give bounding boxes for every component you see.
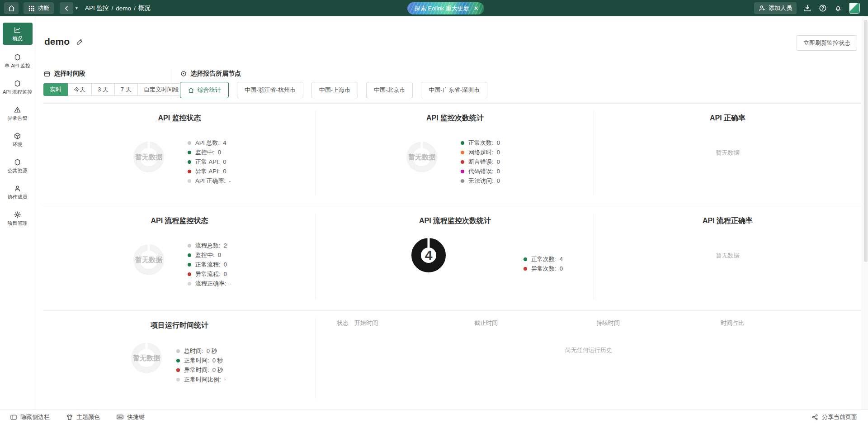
legend-dot	[188, 253, 191, 257]
sidebar-item-overview[interactable]: 概况	[3, 23, 33, 45]
edit-pencil-icon[interactable]	[76, 38, 84, 46]
add-member-button[interactable]: 添加人员	[754, 2, 797, 14]
api-node-icon	[14, 53, 21, 61]
donut-empty-text: 暂无数据	[135, 256, 162, 264]
sidebar-item-api-flow-monitor[interactable]: API 流程监控	[3, 77, 33, 97]
time-option-today[interactable]: 今天	[67, 83, 92, 96]
breadcrumb-app[interactable]: API 监控	[85, 4, 109, 12]
card-title: 项目运行时间统计	[43, 321, 316, 330]
banner-close-icon[interactable]: ✕	[474, 5, 479, 12]
legend-dot	[176, 349, 180, 353]
node-option-overall[interactable]: 综合统计	[180, 82, 229, 98]
user-avatar[interactable]	[849, 3, 860, 14]
back-button[interactable]	[60, 2, 73, 14]
footer-bar: 隐藏侧边栏 主题颜色 快捷键 分享当前页面	[0, 410, 868, 424]
api-count-legend: 正常次数:0 网络超时:0 断言错误:0 代码错误:0 无法访问:0	[461, 138, 500, 186]
time-range-segmented-control: 实时 今天 3 天 7 天 自定义时间段	[43, 83, 185, 96]
sidebar-item-project-settings[interactable]: 项目管理	[3, 208, 33, 229]
sidebar-item-environment[interactable]: 环境	[3, 129, 33, 150]
download-icon[interactable]	[803, 4, 812, 13]
sidebar-item-alerts[interactable]: 异常告警	[3, 103, 33, 124]
location-pin-icon	[180, 70, 187, 77]
help-icon[interactable]	[818, 4, 827, 13]
donut-total-value: 4	[425, 248, 433, 263]
table-header-duration: 持续时间	[596, 319, 721, 327]
theme-color-button[interactable]: 主题颜色	[66, 413, 100, 421]
runtime-history-table: 状态 开始时间 截止时间 持续时间 时间占比 尚无任何运行历史	[316, 311, 861, 410]
shortcuts-button[interactable]: 快捷键	[116, 413, 145, 421]
scrollbar-thumb[interactable]	[864, 20, 868, 262]
sidebar: 概况 单 API 监控 API 流程监控 异常告警 环境	[0, 16, 35, 410]
time-option-7days[interactable]: 7 天	[114, 83, 138, 96]
report-node-label-row: 选择报告所属节点	[180, 70, 487, 78]
time-option-realtime[interactable]: 实时	[43, 83, 68, 96]
donut-gap	[146, 343, 148, 349]
refresh-monitor-status-button[interactable]: 立即刷新监控状态	[797, 35, 857, 51]
sidebar-item-shared-resources[interactable]: 公共资源	[3, 156, 33, 176]
row-flow-monitor: API 流程监控状态 暂无数据 流程总数:2 监控中:0 正常流程:0 异常流程…	[43, 206, 861, 310]
banner-text: 探索 Eolink 重大更新	[415, 5, 469, 13]
hide-sidebar-button[interactable]: 隐藏侧边栏	[10, 413, 50, 421]
card-api-status: API 监控状态 暂无数据 API 总数:4 监控中:0 正常 API:0 异常…	[43, 104, 316, 206]
functions-menu-button[interactable]: 功能	[24, 2, 54, 14]
api-count-donut-chart: 暂无数据	[406, 142, 437, 172]
main-content: demo 立即刷新监控状态 选择时间段 实时 今天 3 天 7 天	[35, 16, 868, 410]
card-api-count: API 监控次数统计 暂无数据 正常次数:0 网络超时:0 断言错误:0 代码错…	[316, 104, 594, 206]
empty-data-text: 暂无数据	[594, 149, 861, 157]
node-option-shenzhen[interactable]: 中国-广东省-深圳市	[421, 82, 487, 98]
node-option-shanghai[interactable]: 中国-上海市	[311, 82, 358, 98]
sidebar-item-label: 异常告警	[8, 115, 28, 121]
breadcrumb: API 监控 / demo / 概况	[85, 4, 151, 12]
row-runtime: 项目运行时间统计 暂无数据 总时间:0 秒 正常时间:0 秒 异常时间:0 秒 …	[43, 310, 861, 410]
node-option-beijing[interactable]: 中国-北京市	[366, 82, 413, 98]
legend-item: 断言错误:0	[461, 157, 500, 167]
share-page-button[interactable]: 分享当前页面	[811, 413, 857, 421]
sidebar-item-members[interactable]: 协作成员	[3, 182, 33, 202]
legend-item: 监控中:0	[188, 250, 231, 260]
add-member-label: 添加人员	[769, 4, 792, 12]
node-buttons: 综合统计 中国-浙江省-杭州市 中国-上海市 中国-北京市 中国-广东省-深圳市	[180, 82, 487, 98]
api-status-donut-chart: 暂无数据	[133, 142, 164, 172]
runtime-donut-chart: 暂无数据	[131, 343, 162, 373]
sidebar-item-single-api-monitor[interactable]: 单 API 监控	[3, 51, 33, 71]
notifications-bell-icon[interactable]	[834, 4, 843, 13]
time-option-custom[interactable]: 自定义时间段	[137, 83, 185, 96]
sidebar-item-label: 单 API 监控	[5, 63, 30, 68]
legend-item: 正常 API:0	[188, 157, 231, 167]
sidebar-item-label: 概况	[13, 36, 23, 41]
vertical-scrollbar	[863, 16, 868, 410]
empty-data-text: 暂无数据	[594, 252, 861, 260]
legend-dot	[188, 263, 191, 267]
member-person-icon	[14, 185, 21, 192]
breadcrumb-separator: /	[111, 5, 113, 12]
table-header-start-time: 开始时间	[354, 319, 474, 327]
time-option-3days[interactable]: 3 天	[91, 83, 115, 96]
app-screen: 功能 ▼ API 监控 / demo / 概况 探索 Eolink 重大更新 ✕…	[0, 0, 868, 424]
table-empty-text: 尚无任何运行历史	[316, 346, 861, 354]
home-icon	[8, 5, 15, 12]
breadcrumb-project[interactable]: demo	[116, 5, 131, 12]
flow-status-donut-chart: 暂无数据	[133, 244, 164, 275]
donut-gap	[148, 142, 150, 148]
card-flow-rate: API 流程正确率 暂无数据	[594, 206, 861, 310]
home-button[interactable]	[4, 2, 19, 14]
package-box-icon	[14, 132, 21, 140]
share-icon	[811, 414, 819, 421]
card-title: API 流程正确率	[594, 216, 861, 226]
shortcuts-label: 快捷键	[127, 413, 145, 421]
home-small-icon	[188, 87, 194, 94]
breadcrumb-page: 概况	[138, 4, 151, 12]
gear-icon	[14, 211, 21, 219]
warning-triangle-icon	[14, 106, 21, 114]
legend-item: 流程正确率:-	[188, 279, 231, 288]
resources-icon	[14, 158, 21, 166]
sidebar-item-label: 协作成员	[8, 194, 28, 200]
nav-history-caret[interactable]: ▼	[75, 6, 79, 10]
filters-divider	[171, 69, 171, 99]
legend-dot	[188, 282, 191, 286]
node-option-hangzhou[interactable]: 中国-浙江省-杭州市	[237, 82, 303, 98]
keyboard-icon	[116, 413, 124, 421]
donut-gap	[421, 142, 423, 148]
project-name: demo	[44, 36, 70, 47]
eolink-update-banner[interactable]: 探索 Eolink 重大更新 ✕	[407, 2, 484, 14]
